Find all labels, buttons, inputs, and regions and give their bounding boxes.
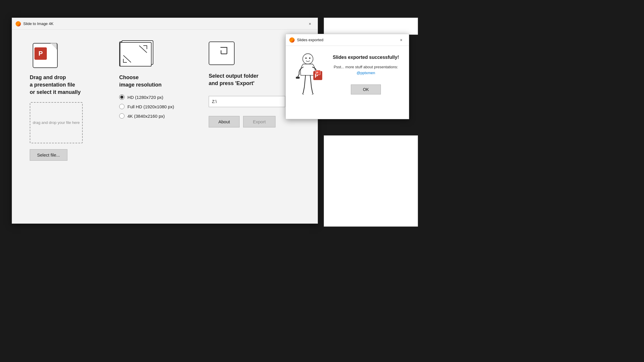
dialog-title: Slides exported	[297, 38, 323, 42]
resolution-fullhd[interactable]: Full HD (1920x1080 px)	[119, 104, 174, 109]
resolution-icon-box	[119, 41, 152, 67]
svg-text:P: P	[316, 71, 318, 74]
step-2: Chooseimage resolution HD (1280x720 px) …	[119, 41, 191, 119]
svg-line-1	[123, 55, 131, 62]
file-corner-icon	[50, 43, 57, 49]
file-icon: P	[30, 41, 59, 68]
dialog-text-area: Slides exported successfully! Psst... mo…	[329, 52, 403, 94]
mascot-figure: P P	[292, 52, 324, 99]
bottom-right-panel	[324, 135, 418, 227]
export-button[interactable]: Export	[243, 116, 275, 127]
dialog-title-bar: Slides exported ×	[286, 34, 409, 46]
ok-button[interactable]: OK	[351, 84, 381, 94]
arrow-expand-icon	[139, 45, 148, 53]
psst-message: Psst... more stuff about presentations: …	[334, 64, 398, 76]
output-path-input[interactable]	[209, 96, 285, 107]
dialog-title-left: Slides exported	[289, 37, 323, 43]
resolution-icon	[119, 41, 152, 68]
svg-point-5	[305, 57, 307, 59]
mascot-area: P P	[292, 52, 324, 100]
radio-4k[interactable]	[119, 113, 125, 119]
step1-title: Drag and dropa presentation fileor selec…	[30, 74, 81, 96]
radio-fullhd[interactable]	[119, 104, 125, 109]
radio-hd-label: HD (1280x720 px)	[127, 95, 163, 100]
step3-title: Select output folderand press 'Export'	[209, 72, 258, 87]
folder-arrow-icon	[219, 46, 230, 57]
svg-rect-7	[296, 77, 300, 79]
step2-title: Chooseimage resolution	[119, 74, 162, 89]
folder-icon	[209, 41, 235, 67]
dialog-content: P P Slides exported successfully! Psst..…	[286, 46, 409, 106]
main-window: Slide to Image 4K × P Drag and dropa pre…	[12, 18, 318, 224]
notification-dialog: Slides exported ×	[286, 34, 409, 119]
arrow-compress-icon	[123, 55, 132, 63]
select-file-button[interactable]: Select file...	[30, 149, 67, 161]
svg-point-6	[309, 57, 311, 59]
main-content: P Drag and dropa presentation fileor sel…	[12, 30, 318, 223]
resolution-options: HD (1280x720 px) Full HD (1920x1080 px) …	[119, 94, 174, 119]
drag-drop-zone[interactable]: drag and drop your file here	[30, 102, 83, 143]
success-message: Slides exported successfully!	[333, 55, 399, 60]
pptxmen-link[interactable]: @pptxmen	[356, 71, 375, 75]
resolution-4k[interactable]: 4K (3840x2160 px)	[119, 113, 174, 119]
svg-point-4	[303, 54, 313, 64]
step-1: P Drag and dropa presentation fileor sel…	[30, 41, 102, 161]
app-title: Slide to Image 4K	[23, 21, 54, 26]
radio-4k-label: 4K (3840x2160 px)	[127, 114, 165, 119]
dialog-close-button[interactable]: ×	[397, 36, 405, 44]
about-button[interactable]: About	[209, 116, 240, 127]
title-bar-left: Slide to Image 4K	[16, 21, 54, 26]
radio-fullhd-label: Full HD (1920x1080 px)	[127, 104, 174, 109]
ppt-badge: P	[34, 47, 47, 60]
folder-icon-box	[209, 41, 235, 65]
steps-row: P Drag and dropa presentation fileor sel…	[30, 41, 300, 212]
radio-hd[interactable]	[119, 94, 125, 100]
resolution-hd[interactable]: HD (1280x720 px)	[119, 94, 174, 100]
title-bar: Slide to Image 4K ×	[12, 18, 318, 30]
top-right-panel	[324, 18, 418, 35]
app-icon	[16, 21, 21, 26]
svg-line-0	[139, 46, 147, 53]
dialog-app-icon	[289, 37, 295, 43]
main-close-button[interactable]: ×	[306, 20, 314, 28]
drag-drop-label: drag and drop your file here	[33, 120, 80, 126]
